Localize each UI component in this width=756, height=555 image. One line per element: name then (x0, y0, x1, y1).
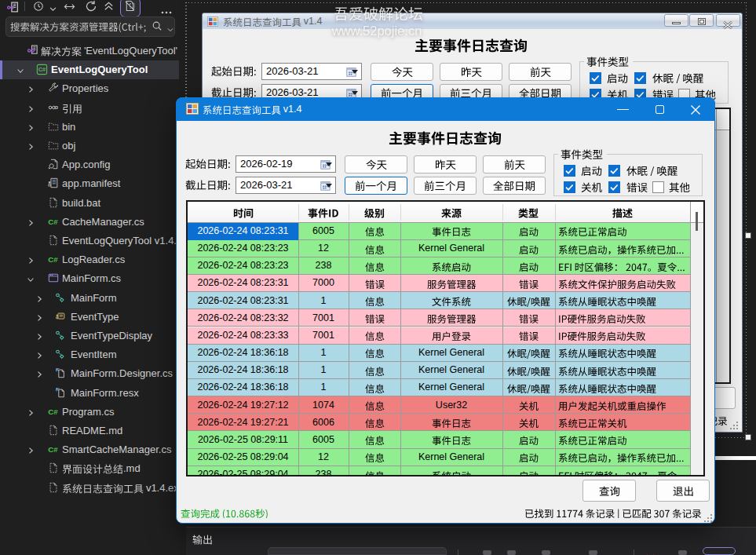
svg-text:C#: C# (48, 217, 58, 226)
svg-text:C#: C# (48, 255, 58, 264)
svg-text:C#: C# (48, 445, 58, 454)
svg-text:C#: C# (38, 66, 46, 73)
svg-text:C#: C# (48, 407, 58, 416)
